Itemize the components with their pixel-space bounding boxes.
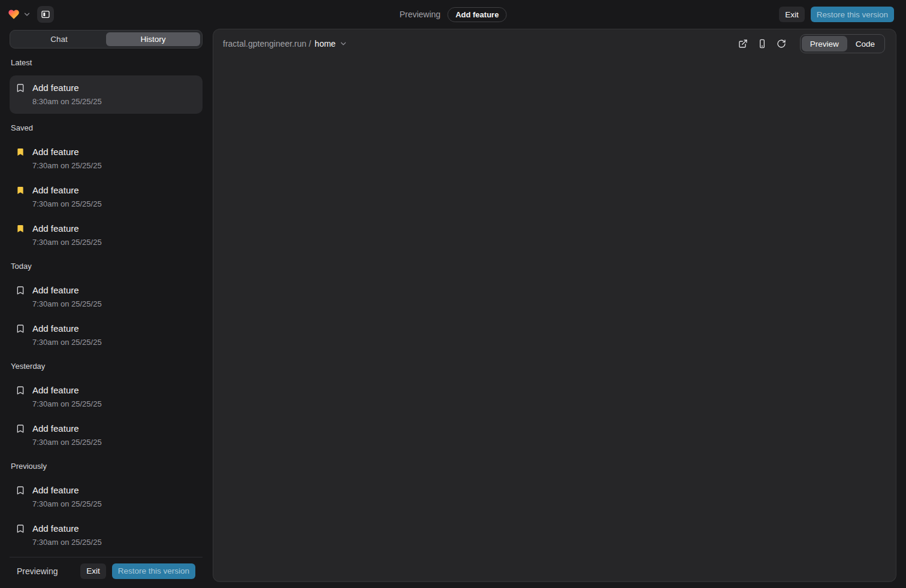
mobile-view-button[interactable]	[754, 36, 770, 51]
history-item-time: 7:30am on 25/25/25	[32, 498, 102, 510]
history-item-text: Add feature 7:30am on 25/25/25	[32, 322, 102, 348]
history-section-items: Add feature 7:30am on 25/25/25 Add featu…	[10, 280, 203, 352]
preview-url-page: home	[315, 39, 336, 49]
bookmark-outline-icon	[16, 324, 25, 334]
history-item-time: 7:30am on 25/25/25	[32, 160, 102, 172]
preview-url-prefix: fractal.gptengineer.run /	[223, 39, 311, 49]
history-item[interactable]: Add feature 7:30am on 25/25/25	[10, 280, 203, 314]
preview-actions: PreviewCode	[735, 34, 885, 53]
top-bar-center: Previewing Add feature	[400, 7, 507, 22]
tab-chat[interactable]: Chat	[12, 32, 106, 46]
history-item-time: 7:30am on 25/25/25	[32, 437, 102, 448]
tab-history[interactable]: History	[106, 32, 200, 46]
history-item-time: 7:30am on 25/25/25	[32, 398, 102, 410]
history-item-time: 8:30am on 25/25/25	[32, 96, 102, 108]
history-item[interactable]: Add feature 7:30am on 25/25/25	[10, 380, 203, 414]
history-item-time: 7:30am on 25/25/25	[32, 198, 102, 210]
history-section-items: Add feature 7:30am on 25/25/25 Add featu…	[10, 142, 203, 252]
preview-panel-header: fractal.gptengineer.run / home	[213, 29, 896, 58]
history-item[interactable]: Add feature 7:30am on 25/25/25	[10, 219, 203, 252]
bookmark-outline-icon	[16, 83, 25, 93]
history-item-text: Add feature 7:30am on 25/25/25	[32, 184, 102, 210]
history-section-title: Latest	[11, 58, 201, 68]
refresh-icon	[777, 39, 786, 49]
history-item[interactable]: Add feature 7:30am on 25/25/25	[10, 180, 203, 214]
history-item-title: Add feature	[32, 384, 102, 397]
history-item-title: Add feature	[32, 422, 102, 435]
code-toggle-button[interactable]: Code	[847, 36, 883, 51]
history-section: Today Add feature 7:30am on 25/25/25 Add…	[10, 262, 203, 352]
history-section-title: Previously	[11, 462, 201, 471]
chevron-down-icon	[339, 40, 348, 48]
external-link-icon	[738, 39, 748, 49]
history-item-time: 7:30am on 25/25/25	[32, 237, 102, 248]
history-item-title: Add feature	[32, 81, 102, 95]
panel-left-icon	[41, 10, 50, 19]
bookmark-outline-icon	[16, 524, 25, 534]
history-section-title: Today	[11, 262, 201, 271]
previewing-label: Previewing	[400, 10, 440, 19]
preview-viewport	[213, 58, 896, 581]
history-item-text: Add feature 7:30am on 25/25/25	[32, 484, 102, 510]
footer-previewing-label: Previewing	[17, 566, 58, 576]
history-item-time: 7:30am on 25/25/25	[32, 537, 102, 548]
chevron-down-icon	[23, 10, 31, 19]
history-section-items: Add feature 8:30am on 25/25/25	[10, 75, 203, 114]
bookmark-outline-icon	[16, 386, 25, 395]
history-item-time: 7:30am on 25/25/25	[32, 337, 102, 348]
bookmark-filled-icon	[16, 186, 25, 195]
history-section-items: Add feature 7:30am on 25/25/25 Add featu…	[10, 480, 203, 552]
logo-menu[interactable]	[7, 8, 31, 20]
history-item-title: Add feature	[32, 484, 102, 497]
history-item[interactable]: Add feature 7:30am on 25/25/25	[10, 480, 203, 514]
history-item-text: Add feature 7:30am on 25/25/25	[32, 284, 102, 310]
preview-url-selector[interactable]: fractal.gptengineer.run / home	[223, 39, 348, 49]
history-item[interactable]: Add feature 7:30am on 25/25/25	[10, 319, 203, 352]
open-in-new-tab-button[interactable]	[735, 36, 751, 51]
history-item-title: Add feature	[32, 522, 102, 535]
refresh-button[interactable]	[774, 36, 789, 51]
history-item-text: Add feature 7:30am on 25/25/25	[32, 146, 102, 172]
history-item-title: Add feature	[32, 184, 102, 197]
restore-version-button[interactable]: Restore this version	[811, 7, 894, 22]
preview-code-toggle: PreviewCode	[800, 34, 885, 53]
history-item[interactable]: Add feature 7:30am on 25/25/25	[10, 419, 203, 452]
bookmark-filled-icon	[16, 147, 25, 157]
history-item-title: Add feature	[32, 322, 102, 335]
history-list: Latest Add feature 8:30am on 25/25/25 Sa…	[10, 49, 203, 557]
exit-button[interactable]: Exit	[779, 7, 805, 22]
history-item-text: Add feature 7:30am on 25/25/25	[32, 422, 102, 448]
bookmark-outline-icon	[16, 486, 25, 495]
history-item[interactable]: Add feature 8:30am on 25/25/25	[10, 75, 203, 114]
history-item[interactable]: Add feature 7:30am on 25/25/25	[10, 142, 203, 175]
chat-history-tabs: ChatHistory	[10, 30, 203, 49]
history-item-title: Add feature	[32, 146, 102, 159]
history-item-text: Add feature 7:30am on 25/25/25	[32, 384, 102, 410]
history-section: Saved Add feature 7:30am on 25/25/25 Add…	[10, 123, 203, 252]
footer-exit-button[interactable]: Exit	[80, 563, 106, 579]
history-section: Previously Add feature 7:30am on 25/25/2…	[10, 462, 203, 552]
history-item-text: Add feature 7:30am on 25/25/25	[32, 222, 102, 248]
bookmark-outline-icon	[16, 424, 25, 434]
top-bar-left	[7, 6, 54, 23]
sidebar-toggle-button[interactable]	[37, 6, 54, 23]
footer-restore-button[interactable]: Restore this version	[112, 563, 195, 579]
sidebar-footer: Previewing Exit Restore this version	[10, 557, 203, 588]
preview-toggle-button[interactable]: Preview	[802, 36, 847, 51]
history-section-items: Add feature 7:30am on 25/25/25 Add featu…	[10, 380, 203, 452]
history-section-title: Yesterday	[11, 362, 201, 371]
top-bar: Previewing Add feature Exit Restore this…	[0, 0, 906, 29]
history-item-time: 7:30am on 25/25/25	[32, 298, 102, 310]
bookmark-outline-icon	[16, 286, 25, 295]
history-item-text: Add feature 8:30am on 25/25/25	[32, 81, 102, 108]
history-item[interactable]: Add feature 7:30am on 25/25/25	[10, 519, 203, 552]
sidebar: ChatHistory Latest Add feature 8:30am on…	[10, 30, 203, 588]
history-item-text: Add feature 7:30am on 25/25/25	[32, 522, 102, 548]
history-item-title: Add feature	[32, 222, 102, 235]
smartphone-icon	[757, 39, 767, 49]
preview-panel: fractal.gptengineer.run / home	[213, 29, 896, 582]
history-item-title: Add feature	[32, 284, 102, 297]
history-section: Yesterday Add feature 7:30am on 25/25/25…	[10, 362, 203, 452]
bookmark-filled-icon	[16, 224, 25, 234]
history-section: Latest Add feature 8:30am on 25/25/25	[10, 58, 203, 114]
